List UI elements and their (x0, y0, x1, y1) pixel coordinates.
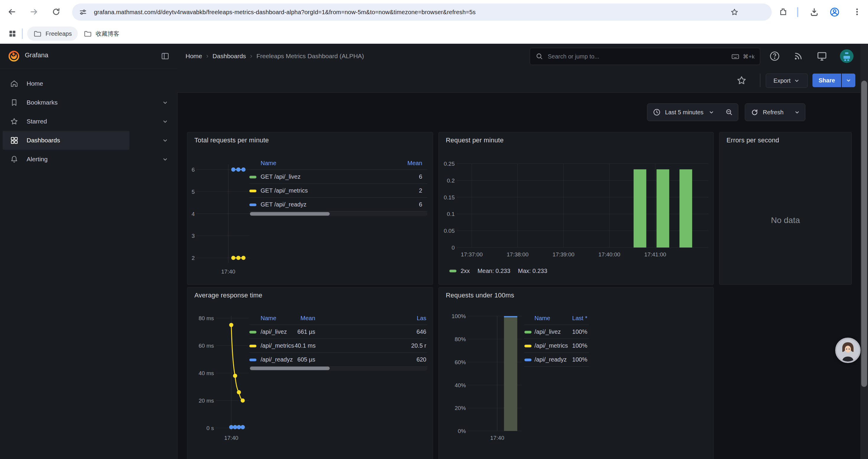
sidebar-item-alerting[interactable]: Alerting (0, 150, 177, 169)
back-icon[interactable] (6, 6, 17, 17)
sidebar-item-bookmarks[interactable]: Bookmarks (0, 93, 177, 112)
search-input[interactable]: Search or jump to... ⌘+k (530, 48, 760, 65)
legend-row[interactable]: /api/_metrics40.1 ms20.5 r (249, 339, 428, 353)
legend-header[interactable]: Last * (568, 312, 589, 325)
sidebar-item-label: Starred (27, 118, 47, 125)
legend-header[interactable]: Name (260, 157, 385, 170)
sidebar-item-label: Bookmarks (27, 99, 58, 106)
legend-row[interactable]: /api/_readyz605 µs620 (249, 353, 428, 366)
series-name[interactable]: /api/_readyz (534, 353, 568, 366)
panel-title[interactable]: Errors per second (726, 136, 779, 144)
panel-request-per-minute[interactable]: Request per minute 0.250.20.150.10.05017… (438, 132, 714, 285)
refresh-button[interactable]: Refresh (745, 108, 789, 117)
bookmark-icon (10, 98, 19, 107)
svg-text:40 ms: 40 ms (198, 370, 214, 376)
legend-row[interactable]: GET /api/_metrics2 (249, 184, 428, 198)
menu-kebab-icon[interactable] (852, 7, 862, 17)
home-icon (10, 79, 19, 88)
series-name[interactable]: /api/_metrics (534, 339, 568, 353)
breadcrumb-dashboards[interactable]: Dashboards (212, 53, 246, 60)
site-settings-icon[interactable] (79, 8, 88, 17)
chevron-down-icon[interactable] (161, 155, 169, 163)
breadcrumb-home[interactable]: Home (186, 53, 202, 60)
collapse-sidebar-icon[interactable] (160, 52, 170, 61)
svg-text:80%: 80% (455, 336, 466, 342)
legend-2xx[interactable]: 2xx Mean: 0.233 Max: 0.233 (450, 268, 547, 274)
legend-header[interactable]: Mean (385, 157, 428, 170)
export-button[interactable]: Export (766, 73, 808, 88)
legend-row[interactable]: GET /api/_livez6 (249, 170, 428, 184)
export-label: Export (773, 77, 790, 84)
dashboards-icon (10, 136, 19, 145)
panel-total-requests-per-minute[interactable]: Total requests per minute 6543217:40 Nam… (187, 132, 433, 285)
chevron-down-icon[interactable] (161, 118, 169, 125)
series-name[interactable]: /api/_metrics (260, 339, 294, 353)
svg-text:17:40: 17:40 (490, 435, 504, 441)
reload-icon[interactable] (51, 6, 61, 17)
refresh-icon (750, 108, 759, 117)
legend-header[interactable]: Las (316, 312, 428, 325)
chevron-down-icon (794, 109, 800, 116)
brand-label[interactable]: Grafana (25, 52, 49, 59)
url-bar[interactable]: grafana.mathmast.com/d/deytv4rwavabkb/fr… (72, 4, 772, 21)
series-mean: Mean: 0.233 (477, 268, 510, 274)
svg-text:0.1: 0.1 (447, 211, 455, 217)
extensions-icon[interactable] (778, 7, 788, 17)
download-icon[interactable] (809, 7, 819, 18)
sidebar-item-home[interactable]: Home (0, 74, 177, 93)
bookmarks-divider (22, 28, 23, 39)
chevron-down-icon[interactable] (161, 136, 169, 144)
series-swatch (524, 345, 531, 347)
series-name[interactable]: GET /api/_livez (260, 170, 385, 184)
legend-header[interactable]: Mean (294, 312, 316, 325)
sidebar-item-starred[interactable]: Starred (0, 112, 177, 131)
series-name[interactable]: GET /api/_readyz (260, 198, 385, 211)
share-dropdown-button[interactable] (842, 73, 855, 87)
legend-header[interactable]: Name (260, 312, 294, 325)
panel-average-response-time[interactable]: Average response time 80 ms60 ms40 ms20 … (187, 287, 433, 459)
forward-icon[interactable] (29, 6, 39, 17)
assistant-avatar[interactable] (835, 338, 861, 363)
apps-grid-icon[interactable] (8, 29, 17, 38)
legend-row[interactable]: /api/_livez100% (524, 325, 589, 339)
panel-requests-under-100ms[interactable]: Requests under 100ms 100%80%60%40%20%0%1… (438, 287, 714, 459)
sidebar-item-label: Alerting (27, 156, 48, 163)
bookmark-item[interactable]: Freeleaps (27, 27, 78, 41)
series-name[interactable]: GET /api/_metrics (260, 184, 385, 198)
time-range-group: Last 5 minutes (647, 103, 738, 121)
chevron-down-icon[interactable] (161, 99, 169, 106)
user-avatar[interactable] (840, 49, 854, 63)
time-range-picker[interactable]: Last 5 minutes (647, 108, 720, 117)
svg-text:80 ms: 80 ms (198, 315, 214, 321)
chevron-right-icon: › (246, 52, 256, 60)
zoom-out-button[interactable] (720, 108, 738, 117)
share-split-button: Share (812, 73, 855, 87)
refresh-interval-dropdown[interactable] (789, 109, 805, 116)
series-name[interactable]: /api/_readyz (260, 353, 294, 366)
profile-avatar-icon[interactable] (829, 6, 840, 18)
monitor-icon[interactable] (816, 50, 828, 62)
legend-h-scrollbar[interactable] (249, 366, 428, 371)
favorite-star-icon[interactable] (735, 74, 748, 87)
legend-row[interactable]: /api/_livez661 µs646 (249, 325, 428, 339)
series-name[interactable]: /api/_livez (260, 325, 294, 339)
bookmark-item[interactable]: 收藏博客 (78, 27, 125, 41)
sidebar-item-dashboards[interactable]: Dashboards (0, 131, 177, 150)
share-button[interactable]: Share (812, 73, 841, 87)
bookmark-label: 收藏博客 (96, 30, 119, 38)
legend-header[interactable]: Name (534, 312, 568, 325)
help-icon[interactable] (769, 50, 781, 62)
url-text[interactable]: grafana.mathmast.com/d/deytv4rwavabkb/fr… (94, 9, 729, 15)
legend-row[interactable]: /api/_readyz100% (524, 353, 589, 366)
grafana-logo-icon[interactable] (6, 48, 21, 63)
legend-row[interactable]: /api/_metrics100% (524, 339, 589, 353)
clock-icon (653, 108, 661, 117)
legend-row[interactable]: GET /api/_readyz6 (249, 198, 428, 211)
rss-news-icon[interactable] (792, 50, 804, 62)
legend-h-scrollbar[interactable] (249, 211, 428, 216)
series-name[interactable]: /api/_livez (534, 325, 568, 339)
page-scrollbar[interactable] (861, 80, 867, 387)
panel-errors-per-second[interactable]: Errors per second No data (719, 132, 852, 285)
star-icon (10, 117, 19, 126)
bookmark-page-star-icon[interactable] (730, 7, 739, 17)
